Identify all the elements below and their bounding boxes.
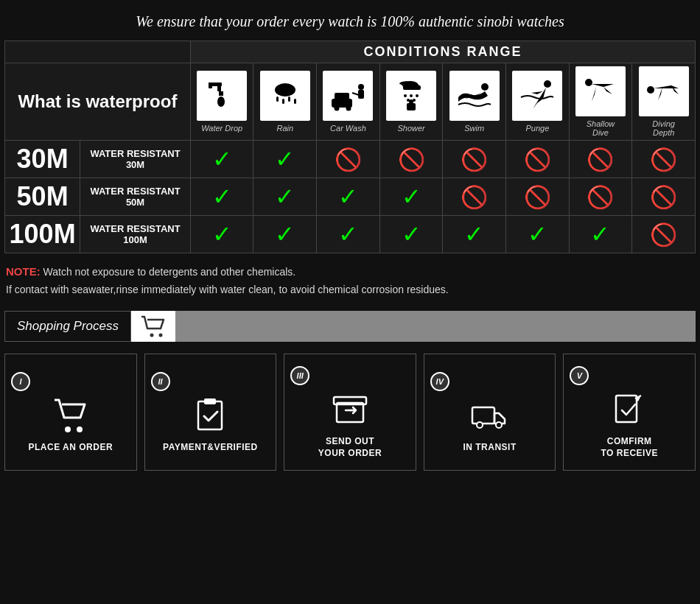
resistance-value: 🚫 bbox=[632, 141, 696, 178]
no-mark: 🚫 bbox=[461, 147, 488, 172]
svg-rect-9 bbox=[294, 99, 296, 104]
svg-point-29 bbox=[647, 86, 654, 94]
shallow-dive-icon-box bbox=[575, 66, 626, 116]
punge-label: Punge bbox=[509, 124, 566, 133]
svg-point-12 bbox=[335, 106, 340, 111]
table-row: 100MWATER RESISTANT 100M✓✓✓✓✓✓✓🚫 bbox=[5, 216, 696, 253]
step-title: IN TRANSIT bbox=[463, 441, 516, 454]
no-mark: 🚫 bbox=[650, 222, 677, 247]
svg-point-14 bbox=[358, 84, 364, 90]
note-line1: NOTE: Watch not exposure to detergents a… bbox=[6, 262, 694, 281]
swim-icon-box bbox=[449, 71, 500, 121]
cart-icon bbox=[52, 396, 90, 434]
resistance-value: 🚫 bbox=[443, 178, 506, 216]
svg-rect-36 bbox=[337, 403, 363, 422]
car-wash-icon bbox=[329, 77, 367, 115]
no-mark: 🚫 bbox=[524, 185, 551, 209]
table-row: 30MWATER RESISTANT 30M✓✓🚫🚫🚫🚫🚫🚫 bbox=[5, 141, 696, 178]
svg-rect-24 bbox=[407, 103, 416, 110]
resistance-value: ✓ bbox=[317, 178, 380, 216]
resistance-value: 🚫 bbox=[379, 141, 443, 178]
header-banner: We ensure that your order every watch is… bbox=[0, 0, 700, 41]
resistance-value: ✓ bbox=[317, 216, 380, 253]
rain-label: Rain bbox=[256, 124, 313, 133]
shower-icon bbox=[392, 77, 430, 115]
svg-rect-34 bbox=[198, 401, 222, 429]
step-title: PAYMENT&VERIFIED bbox=[163, 441, 258, 454]
step-iv: IVIN TRANSIT bbox=[424, 354, 556, 471]
steps-row: IPLACE AN ORDERIIPAYMENT&VERIFIEDIIISEND… bbox=[4, 354, 696, 471]
gray-bar bbox=[175, 311, 696, 342]
step-num-row: II bbox=[151, 372, 270, 396]
check-mark: ✓ bbox=[212, 221, 232, 247]
column-water-drop: Water Drop bbox=[190, 63, 253, 141]
svg-rect-2 bbox=[209, 82, 212, 88]
step-num: IV bbox=[430, 372, 449, 391]
resistance-label: 30M bbox=[5, 141, 80, 178]
resistance-value: 🚫 bbox=[506, 141, 570, 178]
no-mark: 🚫 bbox=[335, 147, 362, 172]
header-text: We ensure that your order every watch is… bbox=[136, 13, 564, 29]
no-mark: 🚫 bbox=[650, 185, 677, 209]
column-rain: Rain bbox=[253, 63, 317, 141]
step-iii: IIISEND OUTYOUR ORDER bbox=[284, 354, 416, 471]
waterproof-label: What is waterproof bbox=[5, 63, 191, 141]
resistance-value: ✓ bbox=[506, 216, 570, 253]
check-mark: ✓ bbox=[528, 221, 547, 247]
resistance-value: 🚫 bbox=[632, 216, 696, 253]
punge-icon-box bbox=[512, 71, 562, 121]
shopping-section: Shopping Process IPLACE AN ORDERIIPAYMEN… bbox=[0, 303, 700, 479]
box-arrow-icon bbox=[331, 390, 369, 428]
check-mark: ✓ bbox=[402, 221, 421, 247]
shopping-header-row: Shopping Process bbox=[4, 311, 696, 342]
shower-icon-box bbox=[386, 71, 436, 121]
water-drop-label: Water Drop bbox=[194, 124, 251, 133]
step-title: SEND OUTYOUR ORDER bbox=[318, 435, 382, 460]
check-mark: ✓ bbox=[402, 183, 421, 210]
resistance-value: 🚫 bbox=[506, 178, 570, 216]
svg-point-41 bbox=[496, 422, 502, 428]
svg-point-13 bbox=[346, 106, 351, 111]
column-swim: Swim bbox=[443, 63, 506, 141]
svg-point-26 bbox=[481, 83, 489, 91]
water-drop-icon bbox=[203, 77, 241, 115]
step-v: VCOMFIRMTO RECEIVE bbox=[563, 354, 696, 471]
column-shower: Shower bbox=[379, 63, 443, 141]
check-mark: ✓ bbox=[338, 221, 358, 247]
svg-point-30 bbox=[150, 333, 153, 337]
resistance-value: 🚫 bbox=[632, 178, 696, 216]
step-i: IPLACE AN ORDER bbox=[4, 354, 137, 471]
table-row: 50MWATER RESISTANT 50M✓✓✓✓🚫🚫🚫🚫 bbox=[5, 178, 696, 216]
svg-rect-39 bbox=[472, 407, 494, 424]
resistance-value: ✓ bbox=[253, 178, 317, 216]
column-shallow-dive: ShallowDive bbox=[569, 63, 632, 141]
svg-point-3 bbox=[217, 96, 225, 107]
diving-depth-label: DivingDepth bbox=[635, 119, 692, 137]
step-ii: IIPAYMENT&VERIFIED bbox=[144, 354, 277, 471]
svg-point-28 bbox=[585, 79, 592, 86]
rain-icon bbox=[266, 77, 304, 115]
check-mark: ✓ bbox=[212, 146, 232, 172]
svg-rect-7 bbox=[282, 99, 284, 104]
note-label: NOTE: bbox=[6, 265, 41, 278]
no-mark: 🚫 bbox=[587, 185, 614, 209]
svg-point-20 bbox=[416, 94, 419, 97]
swim-icon bbox=[455, 77, 494, 115]
step-num-row: I bbox=[11, 372, 130, 396]
check-mark: ✓ bbox=[275, 183, 295, 210]
column-diving-depth: DivingDepth bbox=[632, 63, 696, 141]
no-mark: 🚫 bbox=[524, 147, 551, 172]
no-mark: 🚫 bbox=[461, 185, 488, 209]
check-mark: ✓ bbox=[275, 146, 295, 172]
waterproof-table: CONDITIONS RANGE What is waterproof bbox=[4, 41, 696, 253]
swim-label: Swim bbox=[446, 124, 503, 133]
resistance-value: ✓ bbox=[253, 216, 317, 253]
svg-point-27 bbox=[544, 80, 551, 88]
svg-point-40 bbox=[477, 422, 483, 428]
shopping-label: Shopping Process bbox=[4, 311, 131, 342]
resistance-value: ✓ bbox=[190, 141, 253, 178]
step-title: COMFIRMTO RECEIVE bbox=[601, 435, 657, 460]
column-car-wash: Car Wash bbox=[317, 63, 380, 141]
step-num: II bbox=[151, 372, 170, 391]
resistance-value: 🚫 bbox=[569, 141, 632, 178]
